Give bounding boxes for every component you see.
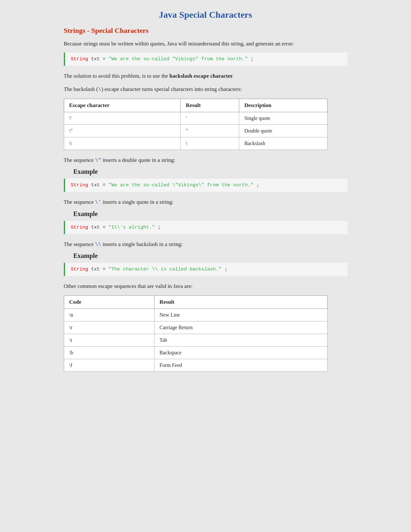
escape-table-header-2: Result [181,99,239,112]
escape-char-2: \" [64,124,181,137]
code-r: \r [64,321,154,334]
seq3-text: The sequence \\ inserts a single backsla… [64,240,347,249]
intro-p2-bold: backslash escape character [170,73,233,79]
code-txt: txt = [91,56,109,62]
code-string-value-3: "It\'s alright." [109,225,155,230]
code-string-value-2: "We are the so-called \"Vikings\" from t… [109,182,254,188]
example-label-3: Example [73,252,347,260]
example-label-2: Example [73,210,347,218]
code-txt-3: txt = [91,225,109,230]
code-semicolon-3: ; [158,225,161,230]
desc-3: Backslash [239,137,327,150]
code-string-value-4: "The character \\ is called backslash." [109,267,222,272]
table-row: \t Tab [64,334,327,346]
code-table-header-1: Code [64,295,154,309]
escape-table: Escape character Result Description \' '… [64,99,328,150]
seq2-code: \' [95,200,101,205]
code-block-2: String txt = "We are the so-called \"Vik… [64,179,347,192]
code-table: Code Result \n New Line \r Carriage Retu… [64,295,328,372]
code-table-header-2: Result [154,295,327,309]
code-t: \t [64,334,154,346]
code-n: \n [64,309,154,321]
table-row: \' ' Single quote [64,112,327,124]
code-txt-2: txt = [91,182,109,188]
code-semicolon-4: ; [225,267,228,272]
code-b: \b [64,346,154,359]
result-r: Carriage Return [154,321,327,334]
other-paragraph: Other common escape sequences that are v… [64,282,347,291]
result-2: " [181,124,239,137]
seq2-text: The sequence \' inserts a single quote i… [64,198,347,207]
table-row: \" " Double quote [64,124,327,137]
intro-p2-prefix: The solution to avoid this problem, is t… [64,73,170,79]
code-block-4: String txt = "The character \\ is called… [64,263,347,276]
desc-1: Single quote [239,112,327,124]
code-keyword-3: String [71,225,88,230]
escape-table-header-1: Escape character [64,99,181,112]
result-b: Backspace [154,346,327,359]
code-block-1: String txt = "We are the so-called "Viki… [64,53,347,66]
section-title: Strings - Special Characters [64,26,347,35]
code-semicolon-2: ; [257,182,259,188]
code-block-3: String txt = "It\'s alright." ; [64,221,347,234]
result-f: Form Feed [154,359,327,371]
code-f: \f [64,359,154,371]
seq3-code: \\ [95,242,101,248]
escape-char-1: \' [64,112,181,124]
example-label-1: Example [73,168,347,175]
escape-table-header-3: Description [239,99,327,112]
code-semicolon: ; [251,56,254,62]
result-3: \ [181,137,239,150]
escape-char-3: \\ [64,137,181,150]
code-keyword-string: String [71,56,88,62]
intro-paragraph-3: The backslash (\) escape character turns… [64,85,347,94]
result-n: New Line [154,309,327,321]
code-txt-4: txt = [91,267,109,272]
table-row: \b Backspace [64,346,327,359]
table-row: \n New Line [64,309,327,321]
backslash-inline: \ [98,86,101,93]
intro-paragraph-1: Because strings must be written within q… [64,39,347,48]
result-1: ' [181,112,239,124]
code-keyword-4: String [71,267,88,272]
code-string-value-1: "We are the so-called "Vikings" from the… [109,56,248,62]
code-keyword-2: String [71,182,88,188]
intro-p2-suffix: . [233,73,234,79]
seq1-code: \" [95,158,101,163]
result-t: Tab [154,334,327,346]
page-title: Java Special Characters [64,10,347,20]
seq1-text: The sequence \" inserts a double quote i… [64,156,347,165]
table-row: \r Carriage Return [64,321,327,334]
intro-paragraph-2: The solution to avoid this problem, is t… [64,72,347,80]
table-row: \\ \ Backslash [64,137,327,150]
desc-2: Double quote [239,124,327,137]
table-row: \f Form Feed [64,359,327,371]
